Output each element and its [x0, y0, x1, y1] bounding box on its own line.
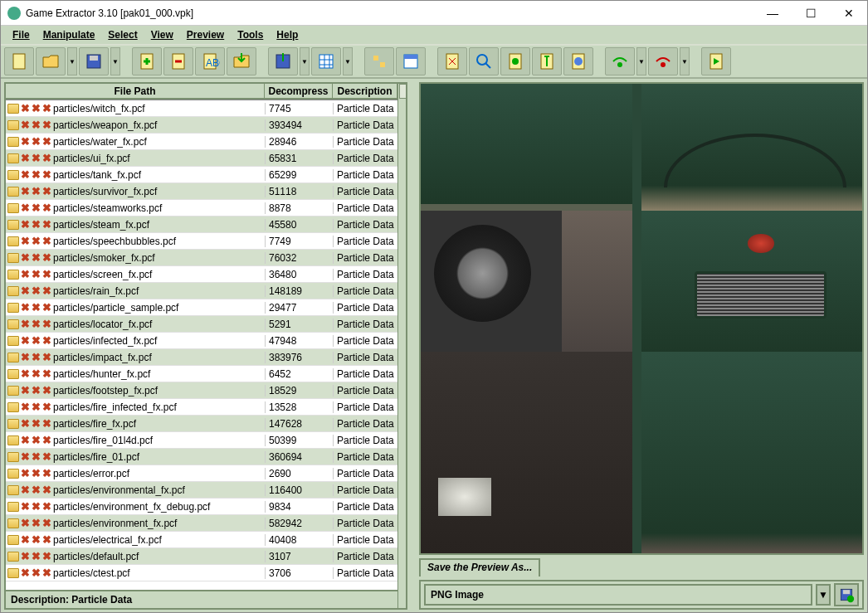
x-icon: ✖ — [32, 568, 41, 578]
table-row[interactable]: ✖✖✖ particles/environment_fx.pcf582942Pa… — [6, 515, 397, 532]
table-row[interactable]: ✖✖✖ particles/ui_fx.pcf65831Particle Dat… — [6, 150, 397, 167]
x-icon: ✖ — [42, 236, 51, 246]
table-row[interactable]: ✖✖✖ particles/witch_fx.pcf7745Particle D… — [6, 100, 397, 117]
x-icon: ✖ — [32, 120, 41, 130]
table-row[interactable]: ✖✖✖ particles/environment_fx_debug.pcf98… — [6, 499, 397, 515]
x-icon: ✖ — [32, 319, 41, 329]
table-row[interactable]: ✖✖✖ particles/screen_fx.pcf36480Particle… — [6, 266, 397, 283]
toolbar-convert-dropdown[interactable]: ▼ — [636, 47, 646, 75]
toolbar-open-button[interactable] — [36, 47, 66, 75]
cell-decompress: 36480 — [265, 269, 333, 280]
table-row[interactable]: ✖✖✖ particles/hunter_fx.pcf6452Particle … — [6, 366, 397, 382]
x-icon: ✖ — [42, 353, 51, 362]
table-row[interactable]: ✖✖✖ particles/infected_fx.pcf47948Partic… — [6, 333, 397, 349]
table-row[interactable]: ✖✖✖ particles/tank_fx.pcf65299Particle D… — [6, 167, 397, 183]
toolbar-table-dropdown[interactable]: ▼ — [343, 47, 353, 75]
svg-text:ABC: ABC — [206, 57, 220, 69]
x-icon: ✖ — [32, 187, 41, 197]
save-format-select[interactable]: PNG Image — [424, 584, 812, 606]
table-row[interactable]: ✖✖✖ particles/environmental_fx.pcf116400… — [6, 482, 397, 499]
svg-point-16 — [512, 58, 519, 65]
cell-path: ✖✖✖ particles/impact_fx.pcf — [6, 352, 265, 363]
minimize-button[interactable]: — — [761, 4, 784, 22]
menu-tools[interactable]: Tools — [231, 27, 270, 42]
table-row[interactable]: ✖✖✖ particles/ctest.pcf3706Particle Data — [6, 565, 397, 581]
table-row[interactable]: ✖✖✖ particles/speechbubbles.pcf7749Parti… — [6, 233, 397, 250]
toolbar-select-button[interactable] — [364, 47, 394, 75]
menu-preview[interactable]: Preview — [180, 27, 231, 42]
table-row[interactable]: ✖✖✖ particles/water_fx.pcf28946Particle … — [6, 134, 397, 150]
x-icon: ✖ — [42, 153, 51, 163]
table-row[interactable]: ✖✖✖ particles/locator_fx.pcf5291Particle… — [6, 316, 397, 333]
table-row[interactable]: ✖✖✖ particles/survivor_fx.pcf51118Partic… — [6, 183, 397, 200]
toolbar-convert-button[interactable] — [605, 47, 635, 75]
toolbar-export-dropdown[interactable]: ▼ — [300, 47, 310, 75]
x-icon: ✖ — [21, 568, 30, 578]
toolbar: ▼ ▼ ABC ▼ ▼ ▼ ▼ — [1, 44, 867, 79]
toolbar-open-dropdown[interactable]: ▼ — [67, 47, 77, 75]
table-row[interactable]: ✖✖✖ particles/weapon_fx.pcf393494Particl… — [6, 117, 397, 134]
toolbar-save-button[interactable] — [79, 47, 109, 75]
toolbar-info-button[interactable] — [563, 47, 593, 75]
toolbar-add-button[interactable] — [132, 47, 162, 75]
column-header-path[interactable]: File Path — [6, 84, 265, 100]
toolbar-new-button[interactable] — [4, 47, 34, 75]
table-row[interactable]: ✖✖✖ particles/steam_fx.pcf45580Particle … — [6, 216, 397, 233]
menu-help[interactable]: Help — [270, 27, 305, 42]
toolbar-remove-button[interactable] — [163, 47, 193, 75]
column-header-description[interactable]: Description — [333, 84, 397, 100]
table-row[interactable]: ✖✖✖ particles/error.pcf2690Particle Data — [6, 465, 397, 482]
table-row[interactable]: ✖✖✖ particles/rain_fx.pcf148189Particle … — [6, 283, 397, 299]
file-path-text: particles/footstep_fx.pcf — [53, 385, 158, 397]
x-icon: ✖ — [42, 170, 51, 180]
table-row[interactable]: ✖✖✖ particles/footstep_fx.pcf18529Partic… — [6, 382, 397, 399]
folder-icon — [7, 386, 19, 396]
file-path-text: particles/default.pcf — [53, 551, 139, 562]
menu-select[interactable]: Select — [101, 27, 144, 42]
menu-view[interactable]: View — [144, 27, 180, 42]
file-path-text: particles/witch_fx.pcf — [53, 103, 145, 114]
toolbar-save-dropdown[interactable]: ▼ — [110, 47, 120, 75]
scroll-thumb[interactable] — [399, 84, 407, 99]
table-row[interactable]: ✖✖✖ particles/smoker_fx.pcf76032Particle… — [6, 250, 397, 266]
maximize-button[interactable]: ☐ — [799, 4, 822, 22]
toolbar-tool2-button[interactable] — [532, 47, 562, 75]
x-icon: ✖ — [21, 319, 30, 329]
svg-rect-8 — [319, 55, 333, 68]
cell-path: ✖✖✖ particles/environment_fx.pcf — [6, 518, 265, 529]
toolbar-export-button[interactable] — [268, 47, 298, 75]
folder-icon — [7, 303, 19, 313]
save-format-dropdown[interactable]: ▼ — [816, 584, 831, 606]
cell-description: Particle Data — [333, 219, 397, 231]
toolbar-play-button[interactable] — [701, 47, 731, 75]
save-preview-tab[interactable]: Save the Preview As... — [419, 558, 540, 577]
toolbar-table-button[interactable] — [311, 47, 341, 75]
menu-manipulate[interactable]: Manipulate — [37, 27, 102, 42]
cell-description: Particle Data — [333, 269, 397, 280]
toolbar-back-dropdown[interactable]: ▼ — [680, 47, 690, 75]
toolbar-back-button[interactable] — [648, 47, 678, 75]
table-row[interactable]: ✖✖✖ particles/default.pcf3107Particle Da… — [6, 548, 397, 565]
table-row[interactable]: ✖✖✖ particles/impact_fx.pcf383976Particl… — [6, 349, 397, 366]
table-row[interactable]: ✖✖✖ particles/electrical_fx.pcf40408Part… — [6, 532, 397, 548]
toolbar-tool1-button[interactable] — [500, 47, 530, 75]
toolbar-invert-button[interactable] — [396, 47, 426, 75]
save-preview-button[interactable] — [834, 583, 859, 606]
toolbar-rename-button[interactable]: ABC — [195, 47, 225, 75]
column-header-decompress[interactable]: Decompress — [265, 84, 333, 100]
vertical-scrollbar[interactable] — [397, 84, 406, 608]
file-path-text: particles/tank_fx.pcf — [53, 169, 141, 181]
table-row[interactable]: ✖✖✖ particles/fire_01.pcf360694Particle … — [6, 449, 397, 465]
menu-file[interactable]: File — [6, 27, 37, 42]
toolbar-search-button[interactable] — [437, 47, 467, 75]
table-row[interactable]: ✖✖✖ particles/fire_infected_fx.pcf13528P… — [6, 399, 397, 416]
table-row[interactable]: ✖✖✖ particles/particle_sample.pcf29477Pa… — [6, 299, 397, 316]
toolbar-find-button[interactable] — [469, 47, 499, 75]
close-button[interactable]: ✕ — [837, 4, 861, 22]
table-row[interactable]: ✖✖✖ particles/fire_fx.pcf147628Particle … — [6, 416, 397, 432]
x-icon: ✖ — [32, 104, 41, 114]
x-icon: ✖ — [42, 502, 51, 512]
table-row[interactable]: ✖✖✖ particles/steamworks.pcf8878Particle… — [6, 200, 397, 216]
table-row[interactable]: ✖✖✖ particles/fire_01l4d.pcf50399Particl… — [6, 432, 397, 449]
toolbar-replace-button[interactable] — [227, 47, 256, 75]
